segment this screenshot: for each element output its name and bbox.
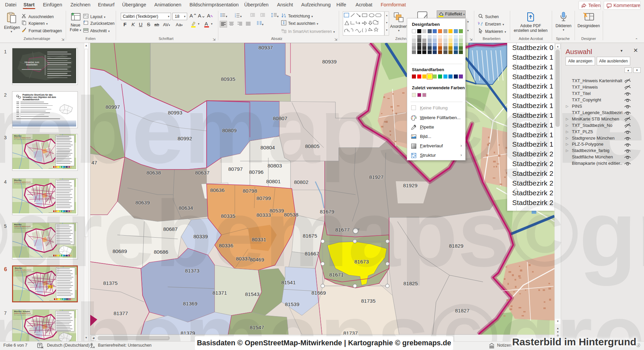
svg-text:81927: 81927 [369,174,383,180]
svg-text:80809: 80809 [222,128,236,133]
svg-text:80339: 80339 [193,234,208,239]
svg-text:80333: 80333 [256,212,271,218]
svg-text:80689: 80689 [112,248,127,254]
svg-text:80686: 80686 [154,249,168,255]
svg-text:A: A [205,21,208,27]
svg-text:80469: 80469 [250,257,264,262]
svg-text:80801: 80801 [266,179,280,184]
svg-text:81675: 81675 [303,233,317,239]
svg-text:80804: 80804 [260,145,275,150]
svg-text:80336: 80336 [219,243,233,248]
svg-text:80939: 80939 [322,59,336,64]
svg-text:80937: 80937 [258,45,273,50]
svg-text:81829: 81829 [449,243,463,249]
svg-text:81671: 81671 [329,272,343,278]
svg-text:80799: 80799 [256,195,271,201]
svg-text:80997: 80997 [105,104,120,110]
svg-text:81929: 81929 [403,183,417,188]
svg-text:81677: 81677 [335,227,350,233]
svg-text:81371: 81371 [212,290,227,296]
svg-text:81377: 81377 [113,310,128,316]
svg-text:80539: 80539 [269,208,284,213]
svg-text:81735: 81735 [361,298,375,304]
svg-text:80636: 80636 [210,187,224,193]
svg-text:47: 47 [91,160,97,165]
svg-text:81541: 81541 [281,280,296,285]
svg-text:3: 3 [235,16,236,17]
svg-text:80805: 80805 [305,143,319,149]
svg-text:80337: 80337 [236,256,250,261]
svg-text:80796: 80796 [249,169,263,175]
svg-text:A: A [283,13,285,16]
svg-text:80935: 80935 [221,76,235,82]
svg-text:81373: 81373 [185,268,199,273]
svg-text:80331: 80331 [252,237,266,242]
svg-text:81539: 81539 [285,301,299,307]
svg-text:81379: 81379 [180,330,195,335]
svg-text:80993: 80993 [168,110,182,115]
svg-text:81825: 81825 [403,281,418,286]
svg-text:81543: 81543 [245,291,259,297]
svg-text:81369: 81369 [183,301,197,306]
svg-text:81375: 81375 [103,280,117,286]
svg-text:81737: 81737 [343,330,358,335]
svg-text:80637: 80637 [195,170,209,176]
svg-text:80634: 80634 [178,205,193,211]
svg-text:80638: 80638 [146,170,161,176]
svg-text:80687: 80687 [163,226,177,232]
svg-text:80797: 80797 [228,166,243,172]
svg-text:80807: 80807 [273,115,287,121]
svg-text:80798: 80798 [243,188,257,194]
svg-text:80538: 80538 [284,212,298,217]
svg-text:81827: 81827 [455,308,469,313]
svg-text:81669: 81669 [311,290,326,296]
svg-text:81667: 81667 [305,251,319,256]
svg-text:80802: 80802 [294,179,308,185]
svg-text:80803: 80803 [267,163,282,168]
svg-text:80639: 80639 [135,200,150,205]
svg-text:81547: 81547 [250,324,264,330]
svg-text:80335: 80335 [221,213,235,219]
svg-text:81679: 81679 [320,209,334,214]
svg-text:80992: 80992 [177,136,192,141]
svg-text:81673: 81673 [354,259,369,264]
